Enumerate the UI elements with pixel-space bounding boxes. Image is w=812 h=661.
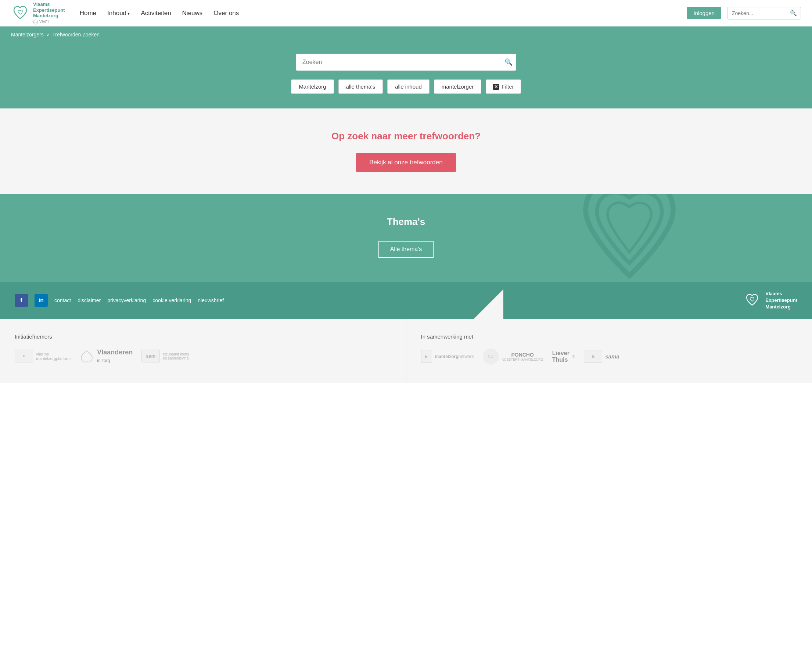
watermark-logo (447, 194, 812, 283)
filter-keyword[interactable]: Mantelzorg (291, 80, 334, 94)
linkedin-icon[interactable]: in (35, 294, 48, 307)
content-heading: Op zoek naar meer trefwoorden? (331, 131, 481, 142)
logo-sam: sam steunpunt mensen samenleving (142, 350, 189, 362)
filter-inhoud[interactable]: alle inhoud (387, 80, 430, 94)
vivel-badge: VV VIVEL (33, 19, 65, 25)
filter-x-icon: ✕ (493, 84, 499, 90)
brand-name: Vlaams Expertisepunt Mantelzorg (33, 2, 65, 19)
nav-nieuws[interactable]: Nieuws (182, 10, 203, 17)
content-section: Op zoek naar meer trefwoorden? Bekijk al… (0, 109, 812, 194)
nav-activiteiten[interactable]: Activiteiten (141, 10, 171, 17)
mnw-icon: ▶ (421, 350, 432, 363)
samenwerking-col: In samenwerking met ▶ mantelzorgnetwerk … (406, 319, 812, 383)
logo-sama: S sama (584, 350, 619, 363)
breadcrumb-parent[interactable]: Mantelzorgers (11, 32, 44, 37)
footer-links: contact disclaimer privacyverklaring coo… (54, 297, 224, 303)
vmp-icon: ♥ (15, 350, 33, 362)
main-search-bar: 🔍 (296, 54, 516, 70)
initiatiefnemers-col: Initiatiefnemers ♥ vlaamsmantelzorgplatf… (0, 319, 406, 383)
logo-liever-thuis: LieverThuis® (552, 350, 575, 363)
search-section: 🔍 Mantelzorg alle thema's alle inhoud ma… (0, 43, 812, 109)
main-search-input[interactable] (299, 55, 505, 69)
filter-label: Filter (502, 83, 514, 90)
sama-icon: S (584, 350, 602, 363)
footer-nav: f in contact disclaimer privacyverklarin… (0, 283, 812, 319)
footer-logo-icon (744, 292, 760, 308)
footer-disclaimer[interactable]: disclaimer (78, 297, 101, 303)
breadcrumb-current: Trefwoorden Zoeken (52, 32, 100, 37)
footer-cookie[interactable]: cookie verklaring (153, 297, 191, 303)
logo-vmp: ♥ vlaamsmantelzorgplatform (15, 350, 70, 362)
nav-home[interactable]: Home (80, 10, 96, 17)
header-search-input[interactable] (728, 8, 786, 19)
breadcrumb-separator: > (47, 32, 49, 37)
footer-right: Vlaams Expertisepunt Mantelzorg (744, 291, 797, 311)
thema-section: Thema's Alle thema's (0, 194, 812, 283)
main-search-button[interactable]: 🔍 (505, 58, 513, 66)
main-nav: Home Inhoud Activiteiten Nieuws Over ons (80, 10, 680, 17)
footer-privacy[interactable]: privacyverklaring (107, 297, 146, 303)
vlaanderen-icon (80, 349, 94, 364)
breadcrumb: Mantelzorgers > Trefwoorden Zoeken (0, 27, 812, 43)
footer-nieuwsbrief[interactable]: nieuwsbrief (197, 297, 224, 303)
vivel-icon: VV (33, 19, 38, 25)
footer-contact[interactable]: contact (54, 297, 71, 303)
logo-coponcho: CO PONCHO KOESTERT MANTELZORG (483, 348, 543, 365)
footer-logo-text: Vlaams Expertisepunt Mantelzorg (765, 291, 797, 311)
footer-left: f in contact disclaimer privacyverklarin… (15, 294, 224, 307)
coponcho-icon: CO (483, 348, 499, 365)
partners-section: Initiatiefnemers ♥ vlaamsmantelzorgplatf… (0, 319, 812, 383)
facebook-icon[interactable]: f (15, 294, 28, 307)
filter-row: Mantelzorg alle thema's alle inhoud mant… (291, 80, 521, 94)
filter-doelgroep[interactable]: mantelzorger (434, 80, 482, 94)
header-search-button[interactable]: 🔍 (786, 7, 801, 19)
initiatiefnemers-label: Initiatiefnemers (15, 334, 391, 340)
login-button[interactable]: Inloggen (687, 7, 721, 19)
logo-vlaanderen: Vlaanderenis zorg (80, 348, 133, 364)
thema-heading: Thema's (387, 216, 425, 228)
header-search-bar: 🔍 (727, 7, 801, 19)
nav-inhoud[interactable]: Inhoud (107, 10, 130, 17)
filter-main-button[interactable]: ✕ Filter (486, 80, 521, 94)
samenwerking-logos: ▶ mantelzorgnetwerk CO PONCHO KOESTERT M… (421, 348, 798, 365)
logo-area: Vlaams Expertisepunt Mantelzorg VV VIVEL (11, 2, 65, 25)
brand-logo-icon (11, 4, 29, 22)
initiatiefnemers-logos: ♥ vlaamsmantelzorgplatform Vlaanderenis … (15, 348, 391, 364)
filter-thema[interactable]: alle thema's (338, 80, 383, 94)
svg-text:VV: VV (34, 21, 37, 24)
cta-button[interactable]: Bekijk al onze trefwoorden (356, 153, 455, 172)
nav-over-ons[interactable]: Over ons (213, 10, 239, 17)
thema-button[interactable]: Alle thema's (379, 241, 434, 258)
sam-icon: sam (142, 350, 160, 362)
logo-mantelzorgnetwerk: ▶ mantelzorgnetwerk (421, 350, 474, 363)
site-header: Vlaams Expertisepunt Mantelzorg VV VIVEL… (0, 0, 812, 27)
samenwerking-label: In samenwerking met (421, 334, 798, 340)
